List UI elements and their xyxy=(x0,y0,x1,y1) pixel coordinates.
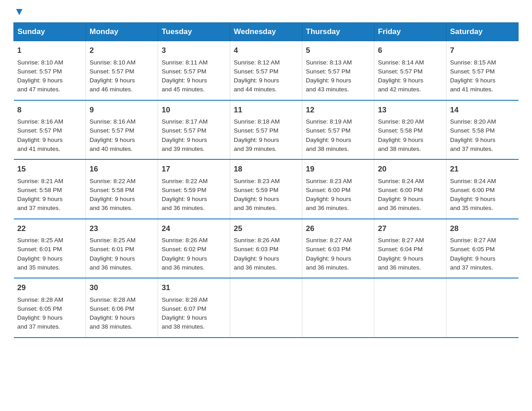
calendar-cell: 16Sunrise: 8:22 AMSunset: 5:58 PMDayligh… xyxy=(86,159,158,219)
calendar-cell: 23Sunrise: 8:25 AMSunset: 6:01 PMDayligh… xyxy=(86,219,158,278)
week-row-1: 1Sunrise: 8:10 AMSunset: 5:57 PMDaylight… xyxy=(14,41,519,100)
page-header xyxy=(13,9,519,14)
day-number: 30 xyxy=(90,282,154,294)
calendar-cell xyxy=(446,278,519,338)
day-info: Sunrise: 8:22 AMSunset: 5:59 PMDaylight:… xyxy=(162,178,208,212)
day-number: 10 xyxy=(162,104,226,116)
calendar-cell: 12Sunrise: 8:19 AMSunset: 5:57 PMDayligh… xyxy=(302,100,374,160)
day-info: Sunrise: 8:16 AMSunset: 5:57 PMDaylight:… xyxy=(90,118,136,152)
day-number: 26 xyxy=(306,223,370,235)
calendar-cell: 7Sunrise: 8:15 AMSunset: 5:57 PMDaylight… xyxy=(446,41,519,100)
calendar-cell: 13Sunrise: 8:20 AMSunset: 5:58 PMDayligh… xyxy=(374,100,446,160)
weekday-header-wednesday: Wednesday xyxy=(230,23,302,41)
day-info: Sunrise: 8:20 AMSunset: 5:58 PMDaylight:… xyxy=(378,118,424,152)
day-info: Sunrise: 8:27 AMSunset: 6:04 PMDaylight:… xyxy=(378,237,424,271)
day-info: Sunrise: 8:28 AMSunset: 6:07 PMDaylight:… xyxy=(162,296,208,330)
logo xyxy=(13,9,24,14)
day-number: 29 xyxy=(17,282,82,294)
day-info: Sunrise: 8:27 AMSunset: 6:03 PMDaylight:… xyxy=(306,237,352,271)
day-number: 28 xyxy=(450,223,515,235)
day-info: Sunrise: 8:21 AMSunset: 5:58 PMDaylight:… xyxy=(17,178,64,212)
calendar-cell: 30Sunrise: 8:28 AMSunset: 6:06 PMDayligh… xyxy=(86,278,158,338)
day-info: Sunrise: 8:10 AMSunset: 5:57 PMDaylight:… xyxy=(17,59,64,93)
calendar-cell: 5Sunrise: 8:13 AMSunset: 5:57 PMDaylight… xyxy=(302,41,374,100)
weekday-header-tuesday: Tuesday xyxy=(158,23,230,41)
day-info: Sunrise: 8:23 AMSunset: 5:59 PMDaylight:… xyxy=(234,178,280,212)
day-info: Sunrise: 8:17 AMSunset: 5:57 PMDaylight:… xyxy=(162,118,208,152)
day-info: Sunrise: 8:18 AMSunset: 5:57 PMDaylight:… xyxy=(234,118,280,152)
day-info: Sunrise: 8:25 AMSunset: 6:01 PMDaylight:… xyxy=(17,237,64,271)
day-number: 17 xyxy=(162,163,226,175)
day-info: Sunrise: 8:27 AMSunset: 6:05 PMDaylight:… xyxy=(450,237,496,271)
weekday-header-sunday: Sunday xyxy=(14,23,86,41)
weekday-header-thursday: Thursday xyxy=(302,23,374,41)
day-number: 2 xyxy=(90,45,154,56)
weekday-header-saturday: Saturday xyxy=(446,23,519,41)
day-info: Sunrise: 8:23 AMSunset: 6:00 PMDaylight:… xyxy=(306,178,352,212)
calendar-cell: 6Sunrise: 8:14 AMSunset: 5:57 PMDaylight… xyxy=(374,41,446,100)
day-number: 27 xyxy=(378,223,442,235)
day-info: Sunrise: 8:19 AMSunset: 5:57 PMDaylight:… xyxy=(306,118,352,152)
day-info: Sunrise: 8:24 AMSunset: 6:00 PMDaylight:… xyxy=(378,178,424,212)
calendar-cell xyxy=(302,278,374,338)
logo-arrow-icon xyxy=(14,7,24,17)
day-info: Sunrise: 8:28 AMSunset: 6:06 PMDaylight:… xyxy=(90,296,136,330)
calendar-cell: 26Sunrise: 8:27 AMSunset: 6:03 PMDayligh… xyxy=(302,219,374,278)
weekday-header-friday: Friday xyxy=(374,23,446,41)
calendar-cell: 24Sunrise: 8:26 AMSunset: 6:02 PMDayligh… xyxy=(158,219,230,278)
calendar-cell: 28Sunrise: 8:27 AMSunset: 6:05 PMDayligh… xyxy=(446,219,519,278)
calendar-cell: 1Sunrise: 8:10 AMSunset: 5:57 PMDaylight… xyxy=(14,41,86,100)
calendar-cell: 27Sunrise: 8:27 AMSunset: 6:04 PMDayligh… xyxy=(374,219,446,278)
calendar-cell: 8Sunrise: 8:16 AMSunset: 5:57 PMDaylight… xyxy=(14,100,86,160)
day-info: Sunrise: 8:15 AMSunset: 5:57 PMDaylight:… xyxy=(450,59,496,93)
day-info: Sunrise: 8:20 AMSunset: 5:58 PMDaylight:… xyxy=(450,118,496,152)
calendar-cell: 2Sunrise: 8:10 AMSunset: 5:57 PMDaylight… xyxy=(86,41,158,100)
calendar-table: SundayMondayTuesdayWednesdayThursdayFrid… xyxy=(13,22,519,338)
day-number: 6 xyxy=(378,45,442,56)
day-number: 19 xyxy=(306,163,370,175)
day-number: 23 xyxy=(90,223,154,235)
day-info: Sunrise: 8:25 AMSunset: 6:01 PMDaylight:… xyxy=(90,237,136,271)
weekday-header-monday: Monday xyxy=(86,23,158,41)
day-number: 20 xyxy=(378,163,442,175)
day-info: Sunrise: 8:12 AMSunset: 5:57 PMDaylight:… xyxy=(234,59,280,93)
day-number: 14 xyxy=(450,104,515,116)
day-number: 5 xyxy=(306,45,370,56)
day-number: 9 xyxy=(90,104,154,116)
day-info: Sunrise: 8:16 AMSunset: 5:57 PMDaylight:… xyxy=(17,118,64,152)
day-number: 24 xyxy=(162,223,226,235)
week-row-5: 29Sunrise: 8:28 AMSunset: 6:05 PMDayligh… xyxy=(14,278,519,338)
day-number: 15 xyxy=(17,163,82,175)
day-info: Sunrise: 8:10 AMSunset: 5:57 PMDaylight:… xyxy=(90,59,136,93)
week-row-4: 22Sunrise: 8:25 AMSunset: 6:01 PMDayligh… xyxy=(14,219,519,278)
day-number: 18 xyxy=(234,163,298,175)
calendar-cell xyxy=(230,278,302,338)
week-row-2: 8Sunrise: 8:16 AMSunset: 5:57 PMDaylight… xyxy=(14,100,519,160)
calendar-cell: 3Sunrise: 8:11 AMSunset: 5:57 PMDaylight… xyxy=(158,41,230,100)
day-info: Sunrise: 8:13 AMSunset: 5:57 PMDaylight:… xyxy=(306,59,352,93)
day-number: 12 xyxy=(306,104,370,116)
calendar-cell: 21Sunrise: 8:24 AMSunset: 6:00 PMDayligh… xyxy=(446,159,519,219)
calendar-cell xyxy=(374,278,446,338)
day-info: Sunrise: 8:14 AMSunset: 5:57 PMDaylight:… xyxy=(378,59,424,93)
weekday-header-row: SundayMondayTuesdayWednesdayThursdayFrid… xyxy=(14,23,519,41)
day-info: Sunrise: 8:24 AMSunset: 6:00 PMDaylight:… xyxy=(450,178,496,212)
calendar-cell: 14Sunrise: 8:20 AMSunset: 5:58 PMDayligh… xyxy=(446,100,519,160)
calendar-cell: 18Sunrise: 8:23 AMSunset: 5:59 PMDayligh… xyxy=(230,159,302,219)
calendar-cell: 20Sunrise: 8:24 AMSunset: 6:00 PMDayligh… xyxy=(374,159,446,219)
day-number: 31 xyxy=(162,282,226,294)
day-number: 7 xyxy=(450,45,515,56)
day-number: 4 xyxy=(234,45,298,56)
calendar-cell: 9Sunrise: 8:16 AMSunset: 5:57 PMDaylight… xyxy=(86,100,158,160)
day-number: 25 xyxy=(234,223,298,235)
calendar-cell: 17Sunrise: 8:22 AMSunset: 5:59 PMDayligh… xyxy=(158,159,230,219)
day-number: 22 xyxy=(17,223,82,235)
day-info: Sunrise: 8:26 AMSunset: 6:02 PMDaylight:… xyxy=(162,237,208,271)
day-number: 16 xyxy=(90,163,154,175)
calendar-cell: 25Sunrise: 8:26 AMSunset: 6:03 PMDayligh… xyxy=(230,219,302,278)
week-row-3: 15Sunrise: 8:21 AMSunset: 5:58 PMDayligh… xyxy=(14,159,519,219)
calendar-cell: 29Sunrise: 8:28 AMSunset: 6:05 PMDayligh… xyxy=(14,278,86,338)
day-info: Sunrise: 8:28 AMSunset: 6:05 PMDaylight:… xyxy=(17,296,64,330)
day-info: Sunrise: 8:11 AMSunset: 5:57 PMDaylight:… xyxy=(162,59,208,93)
calendar-cell: 15Sunrise: 8:21 AMSunset: 5:58 PMDayligh… xyxy=(14,159,86,219)
